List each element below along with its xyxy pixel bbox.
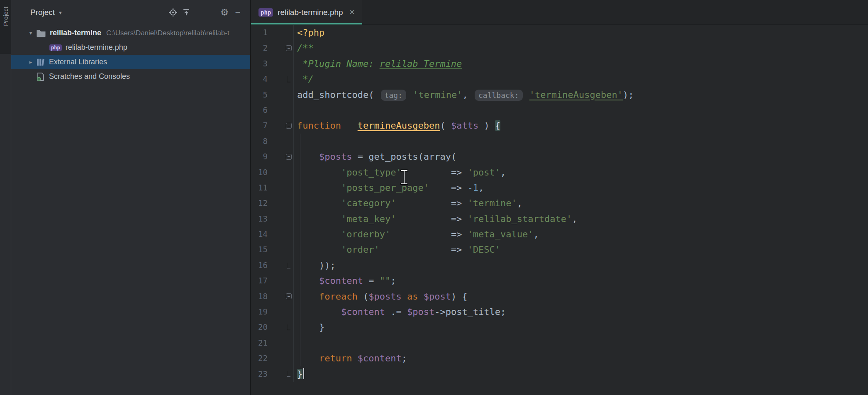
code-line[interactable]: 'meta_key' => 'relilab_startdate', <box>294 211 868 227</box>
code-line[interactable]: $content = ""; <box>294 273 868 288</box>
code-line[interactable]: )); <box>294 258 868 273</box>
line-number[interactable]: 12 <box>251 195 293 211</box>
line-number[interactable]: 10 <box>251 165 293 180</box>
editor-gutter: 1234567891011121314151617181920212223 <box>251 25 294 382</box>
line-number[interactable]: 21 <box>251 335 293 351</box>
line-number[interactable]: 16 <box>251 258 293 273</box>
line-number[interactable]: 5 <box>251 87 293 102</box>
settings-icon[interactable]: ⚙ <box>218 6 231 19</box>
project-view-dropdown[interactable]: Project ▾ <box>30 8 62 17</box>
code-line[interactable] <box>294 335 868 351</box>
code-line[interactable]: add_shortcode( tag: 'termine', callback:… <box>294 87 868 102</box>
chevron-right-icon[interactable]: ▸ <box>25 59 36 65</box>
fold-collapse-icon[interactable] <box>286 123 292 129</box>
line-number[interactable]: 17 <box>251 273 293 288</box>
code-line[interactable]: /** <box>294 40 868 56</box>
chevron-down-icon: ▾ <box>59 10 62 16</box>
line-number[interactable]: 19 <box>251 304 293 319</box>
tree-item-relilab-termine-php[interactable]: phprelilab-termine.php <box>11 40 250 55</box>
editor-tab-relilab-termine[interactable]: php relilab-termine.php ✕ <box>251 0 362 24</box>
line-number[interactable]: 1 <box>251 25 293 40</box>
code-line[interactable]: *Plugin Name: relilab Termine <box>294 56 868 71</box>
code-editor[interactable]: 1234567891011121314151617181920212223 <?… <box>251 25 868 395</box>
php-icon: php <box>49 44 62 51</box>
line-number[interactable]: 3 <box>251 56 293 71</box>
project-panel-header: Project ▾ ⚙ − <box>11 0 250 25</box>
code-line[interactable]: $content .= $post->post_title; <box>294 304 868 319</box>
collapse-all-icon[interactable] <box>180 6 193 19</box>
editor-tab-bar: php relilab-termine.php ✕ <box>251 0 868 25</box>
editor-tab-label: relilab-termine.php <box>278 8 343 17</box>
fold-region-end-icon[interactable] <box>287 371 290 377</box>
close-tab-icon[interactable]: ✕ <box>349 8 355 16</box>
line-number[interactable]: 20 <box>251 319 293 335</box>
code-line[interactable]: 'post_type' => 'post', <box>294 165 868 180</box>
code-line[interactable] <box>294 134 868 149</box>
fold-collapse-icon[interactable] <box>286 154 292 160</box>
tree-item-label: External Libraries <box>49 58 107 66</box>
tree-item-path: C:\Users\Daniel\Desktop\relilab\relilab-… <box>106 29 229 37</box>
folder-icon <box>36 29 46 37</box>
tree-item-external-libraries[interactable]: ▸External Libraries <box>11 55 250 69</box>
code-line[interactable]: */ <box>294 71 868 87</box>
fold-region-end-icon[interactable] <box>287 324 290 330</box>
locate-icon[interactable] <box>166 6 180 19</box>
code-line[interactable]: <?php <box>294 25 868 40</box>
tool-strip-project-label[interactable]: Project <box>2 7 9 26</box>
tool-window-strip: Project <box>0 0 11 395</box>
project-tree: ▾relilab-termineC:\Users\Daniel\Desktop\… <box>11 25 250 84</box>
line-number[interactable]: 9 <box>251 149 293 164</box>
fold-collapse-icon[interactable] <box>286 45 292 51</box>
project-panel-title: Project <box>30 8 55 17</box>
tree-item-label: relilab-termine.php <box>66 43 127 52</box>
line-number[interactable]: 22 <box>251 351 293 366</box>
line-number[interactable]: 2 <box>251 40 293 56</box>
line-number[interactable]: 23 <box>251 366 293 382</box>
fold-collapse-icon[interactable] <box>286 293 292 299</box>
code-line[interactable]: $posts = get_posts(array( <box>294 149 868 164</box>
line-number[interactable]: 7 <box>251 118 293 133</box>
project-panel: Project ▾ ⚙ − ▾relilab-termineC:\Users\D… <box>11 0 251 395</box>
text-caret <box>303 368 304 379</box>
line-number[interactable]: 18 <box>251 289 293 304</box>
line-number[interactable]: 13 <box>251 211 293 227</box>
line-number[interactable]: 8 <box>251 134 293 149</box>
tree-item-label: Scratches and Consoles <box>49 72 130 81</box>
scratches-icon <box>36 72 45 81</box>
code-line[interactable]: 'order' => 'DESC' <box>294 242 868 257</box>
line-number[interactable]: 6 <box>251 102 293 118</box>
fold-region-end-icon[interactable] <box>287 76 290 82</box>
line-number[interactable]: 14 <box>251 227 293 242</box>
code-line[interactable]: } <box>294 319 868 335</box>
tree-item-label: relilab-termine <box>50 29 101 37</box>
code-line[interactable]: } <box>294 366 868 382</box>
project-tool-window-button[interactable]: Project <box>0 0 11 54</box>
tree-item-scratches-and-consoles[interactable]: Scratches and Consoles <box>11 69 250 84</box>
code-line[interactable]: function termineAusgeben( $atts ) { <box>294 118 868 133</box>
code-line[interactable]: return $content; <box>294 351 868 366</box>
line-number[interactable]: 4 <box>251 71 293 87</box>
tree-item-relilab-termine-root[interactable]: ▾relilab-termineC:\Users\Daniel\Desktop\… <box>11 26 250 40</box>
php-file-icon: php <box>258 8 273 17</box>
code-line[interactable]: 'posts_per_page' => -1, <box>294 180 868 195</box>
indent-guide <box>300 134 300 366</box>
code-line[interactable]: 'orderby' => 'meta_value', <box>294 227 868 242</box>
hide-panel-icon[interactable]: − <box>231 6 244 19</box>
chevron-down-icon[interactable]: ▾ <box>25 30 36 36</box>
code-area: <?php/** *Plugin Name: relilab Termine *… <box>294 25 868 382</box>
fold-region-end-icon[interactable] <box>287 263 290 268</box>
line-number[interactable]: 15 <box>251 242 293 257</box>
library-icon <box>36 58 45 67</box>
line-number[interactable]: 11 <box>251 180 293 195</box>
code-line[interactable]: foreach ($posts as $post) { <box>294 289 868 304</box>
code-line[interactable]: 'category' => 'termine', <box>294 195 868 211</box>
code-line[interactable] <box>294 102 868 118</box>
